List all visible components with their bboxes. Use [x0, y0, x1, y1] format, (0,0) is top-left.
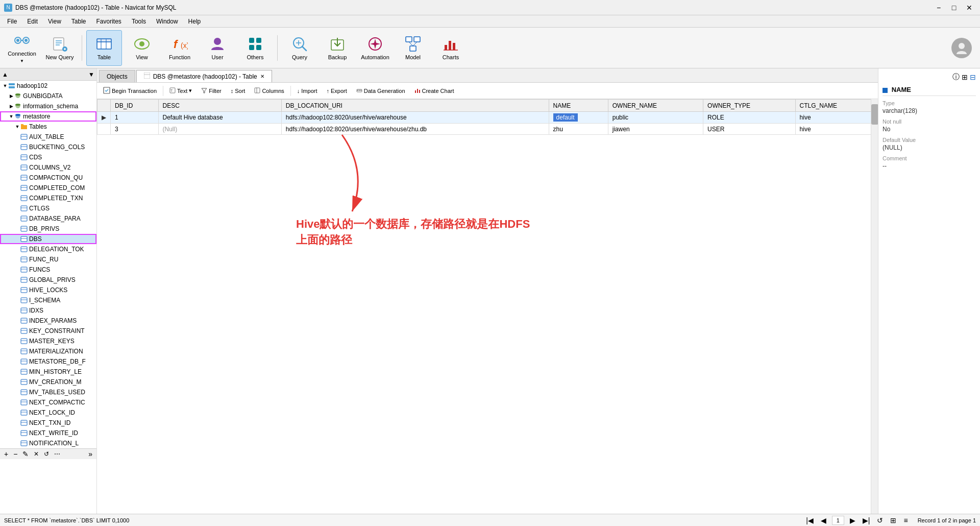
cell-owner-type[interactable]: ROLE [703, 112, 795, 124]
columns-button[interactable]: Columns [250, 84, 288, 98]
sidebar-item-compaction[interactable]: COMPACTION_QU [0, 173, 96, 183]
sidebar-item-aux-table[interactable]: AUX_TABLE [0, 132, 96, 142]
connection-button[interactable]: Connection ▼ [4, 30, 40, 66]
sidebar-scroll-up[interactable]: ▲ [2, 71, 8, 78]
import-button[interactable]: ↓ Import [293, 84, 322, 98]
nav-next-button[interactable]: ▶ [848, 516, 857, 524]
window-controls[interactable]: − □ ✕ [932, 3, 976, 13]
menu-view[interactable]: View [43, 17, 66, 26]
create-chart-button[interactable]: Create Chart [410, 84, 458, 98]
menu-edit[interactable]: Edit [22, 17, 43, 26]
sidebar-item-columns-v2[interactable]: COLUMNS_V2 [0, 162, 96, 173]
sidebar-scroll-down[interactable]: ▼ [88, 71, 94, 78]
sidebar-item-next-lock-id[interactable]: NEXT_LOCK_ID [0, 408, 96, 418]
new-query-button[interactable]: New Query [42, 30, 78, 66]
sidebar-item-next-txn-id[interactable]: NEXT_TXN_ID [0, 418, 96, 428]
automation-button[interactable]: Automation [357, 30, 393, 66]
sidebar-expand-btn[interactable]: » [86, 450, 94, 458]
col-db-id[interactable]: DB_ID [111, 100, 159, 112]
user-button[interactable]: User [200, 30, 235, 66]
model-button[interactable]: Model [395, 30, 431, 66]
sidebar-item-funcs[interactable]: FUNCS [0, 265, 96, 275]
menu-help[interactable]: Help [183, 17, 206, 26]
scrollbar-thumb[interactable] [871, 104, 878, 125]
cell-owner-type[interactable]: USER [703, 124, 795, 135]
sidebar-item-completed-com[interactable]: COMPLETED_COM [0, 183, 96, 193]
cell-db-location-uri[interactable]: hdfs://hadoop102:8020/user/hive/warehous… [281, 112, 549, 124]
view-button[interactable]: View [124, 30, 160, 66]
cell-ctlg-name[interactable]: hive [795, 124, 877, 135]
columns-view-button[interactable]: ⊞ [962, 73, 968, 82]
filter-button[interactable]: Filter [197, 84, 225, 98]
sidebar-item-master-keys[interactable]: MASTER_KEYS [0, 336, 96, 346]
cell-db-location-uri[interactable]: hdfs://hadoop102:8020/user/hive/warehous… [281, 124, 549, 135]
cell-db-id[interactable]: 3 [111, 124, 159, 135]
sidebar-item-i-schema[interactable]: I_SCHEMA [0, 295, 96, 305]
tab-dbs-table[interactable]: DBS @metastore (hadoop102) - Table ✕ [136, 70, 272, 82]
sidebar-item-dbs[interactable]: DBS [0, 234, 96, 244]
sidebar-item-cds[interactable]: CDS [0, 152, 96, 162]
sidebar-item-materialization[interactable]: MATERIALIZATION [0, 346, 96, 356]
function-button[interactable]: f (x) Function [162, 30, 198, 66]
cell-desc[interactable]: (Null) [158, 124, 281, 135]
col-desc[interactable]: DESC [158, 100, 281, 112]
menu-table[interactable]: Table [66, 17, 91, 26]
charts-button[interactable]: Charts [433, 30, 469, 66]
menu-window[interactable]: Window [151, 17, 183, 26]
sidebar-item-idxs[interactable]: IDXS [0, 305, 96, 316]
grid-view-button[interactable]: ⊟ [970, 73, 976, 82]
sidebar-item-metastore[interactable]: ▼ metastore [0, 111, 96, 122]
nav-last-button[interactable]: ▶| [861, 516, 872, 524]
menu-tools[interactable]: Tools [127, 17, 151, 26]
cell-db-id[interactable]: 1 [111, 112, 159, 124]
sidebar-item-database-para[interactable]: DATABASE_PARA [0, 213, 96, 224]
menu-file[interactable]: File [2, 17, 22, 26]
grid-btn-1[interactable]: ⊞ [889, 516, 898, 524]
vertical-scrollbar[interactable] [871, 99, 878, 514]
minimize-button[interactable]: − [932, 3, 945, 13]
text-button[interactable]: T Text ▾ [165, 84, 196, 98]
sidebar-item-gunbigdata[interactable]: ▶ GUNBIGDATA [0, 91, 96, 101]
close-button[interactable]: ✕ [963, 3, 976, 13]
sidebar-item-func-ru[interactable]: FUNC_RU [0, 254, 96, 265]
begin-transaction-button[interactable]: Begin Transaction [99, 84, 161, 98]
others-button[interactable]: Others [237, 30, 273, 66]
sidebar-properties-btn[interactable]: ✎ [20, 450, 31, 458]
maximize-button[interactable]: □ [947, 3, 961, 13]
cell-name[interactable]: zhu [549, 124, 608, 135]
cell-name[interactable]: default [549, 112, 608, 124]
sidebar-item-index-params[interactable]: INDEX_PARAMS [0, 316, 96, 326]
sidebar-item-db-privs[interactable]: DB_PRIVS [0, 224, 96, 234]
nav-refresh-button[interactable]: ↺ [875, 516, 885, 524]
cell-owner-name[interactable]: public [608, 112, 703, 124]
sidebar-item-key-constraint[interactable]: KEY_CONSTRAINT [0, 326, 96, 336]
tab-objects[interactable]: Objects [99, 70, 135, 82]
col-ctlg-name[interactable]: CTLG_NAME [795, 100, 877, 112]
table-button[interactable]: Table [86, 30, 122, 66]
sidebar-item-tables-folder[interactable]: ▼ Tables [0, 122, 96, 132]
cell-ctlg-name[interactable]: hive [795, 112, 877, 124]
sidebar-item-hadoop102[interactable]: ▼ hadoop102 [0, 81, 96, 91]
sort-button[interactable]: ↕ Sort [227, 84, 250, 98]
table-row[interactable]: 3 (Null) hdfs://hadoop102:8020/user/hive… [97, 124, 878, 135]
sidebar-item-hive-locks[interactable]: HIVE_LOCKS [0, 285, 96, 295]
sidebar-item-global-privs[interactable]: GLOBAL_PRIVS [0, 275, 96, 285]
sidebar-item-information-schema[interactable]: ▶ information_schema [0, 101, 96, 111]
sidebar-item-delegation-tok[interactable]: DELEGATION_TOK [0, 244, 96, 254]
menu-favorites[interactable]: Favorites [91, 17, 127, 26]
info-button[interactable]: ⓘ [952, 73, 960, 82]
sidebar-delete-btn[interactable]: ✕ [32, 450, 41, 458]
sidebar-remove-btn[interactable]: − [11, 450, 19, 458]
sidebar-more-btn[interactable]: ⋯ [52, 450, 62, 458]
sidebar-item-mv-creation[interactable]: MV_CREATION_M [0, 377, 96, 387]
sidebar-item-min-history[interactable]: MIN_HISTORY_LE [0, 367, 96, 377]
cell-desc[interactable]: Default Hive database [158, 112, 281, 124]
sidebar-add-btn[interactable]: + [2, 450, 10, 458]
sidebar-item-next-write-id[interactable]: NEXT_WRITE_ID [0, 428, 96, 438]
sidebar-item-mv-tables[interactable]: MV_TABLES_USED [0, 387, 96, 397]
sidebar-item-notification-l[interactable]: NOTIFICATION_L [0, 438, 96, 448]
query-button[interactable]: Query [282, 30, 317, 66]
col-owner-name[interactable]: OWNER_NAME [608, 100, 703, 112]
col-owner-type[interactable]: OWNER_TYPE [703, 100, 795, 112]
sidebar-item-metastore-db-f[interactable]: METASTORE_DB_F [0, 356, 96, 367]
